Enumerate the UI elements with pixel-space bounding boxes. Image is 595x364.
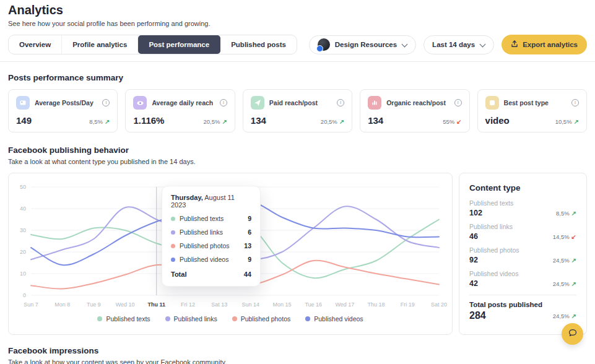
series-dot bbox=[171, 244, 175, 248]
delta: 8,5%↗ bbox=[89, 118, 110, 125]
y-tick-label: 20 bbox=[20, 249, 26, 255]
content-type-label: Published texts bbox=[469, 199, 576, 207]
export-analytics-button[interactable]: Export analytics bbox=[502, 35, 587, 54]
summary-card-average-daily-reach: Average daily reachi1.116%20,5%↗ bbox=[125, 89, 235, 132]
content-type-value: 42 bbox=[469, 279, 478, 288]
controls-row: OverviewProfile analyticsPost performanc… bbox=[8, 35, 587, 54]
chat-bubble-icon bbox=[568, 328, 578, 340]
summary-section: Posts performance summary Average Posts/… bbox=[0, 62, 595, 132]
x-tick-label: Wed 17 bbox=[335, 301, 354, 308]
delta-value: 24,5% bbox=[553, 257, 570, 264]
page-subtitle: See here how your social profile has bee… bbox=[8, 20, 587, 27]
legend-published-links[interactable]: Published links bbox=[165, 315, 217, 323]
content-type-item-published-texts: Published texts1028,5%↗ bbox=[469, 199, 576, 217]
info-icon[interactable]: i bbox=[571, 99, 579, 106]
x-tick-label: Sat 13 bbox=[211, 301, 227, 308]
trend-up-icon: ↗ bbox=[339, 118, 344, 125]
content-type-item-published-photos: Published photos9224,5%↗ bbox=[469, 246, 576, 264]
tab-overview[interactable]: Overview bbox=[9, 35, 62, 54]
card-value: 1.116% bbox=[133, 115, 164, 126]
tab-profile-analytics[interactable]: Profile analytics bbox=[62, 35, 138, 54]
card-value: 149 bbox=[16, 115, 32, 126]
series-dot bbox=[305, 316, 310, 321]
info-icon[interactable]: i bbox=[454, 99, 462, 106]
tab-post-performance[interactable]: Post performance bbox=[138, 35, 220, 54]
tooltip-row-value: 6 bbox=[248, 228, 251, 236]
info-icon[interactable]: i bbox=[220, 99, 227, 106]
x-tick-label: Tue 16 bbox=[305, 301, 322, 308]
y-tick-label: 0 bbox=[23, 292, 26, 298]
tooltip-row-value: 13 bbox=[244, 242, 251, 249]
x-tick-label: Mon 15 bbox=[273, 301, 292, 308]
legend-published-videos[interactable]: Published videos bbox=[305, 315, 363, 323]
delta-value: 8,5% bbox=[556, 210, 570, 217]
tooltip-rows: Published texts9Published links6Publishe… bbox=[171, 215, 251, 263]
trend-up-icon: ↗ bbox=[105, 118, 110, 125]
series-dot bbox=[232, 316, 237, 321]
content-type-item-published-videos: Published videos4224,5%↗ bbox=[469, 270, 576, 288]
content-type-heading: Content type bbox=[469, 183, 576, 193]
content-type-item-published-links: Published links4614,5%↙ bbox=[469, 223, 576, 241]
tooltip-row: Published links6 bbox=[171, 228, 251, 236]
delta: 24,5%↗ bbox=[553, 257, 576, 264]
chat-button[interactable] bbox=[562, 323, 583, 345]
info-icon[interactable]: i bbox=[337, 99, 344, 106]
tooltip-row: Published texts9 bbox=[171, 215, 251, 222]
delta: 8,5%↗ bbox=[556, 210, 576, 217]
delta: 20,5%↗ bbox=[203, 118, 227, 125]
publishing-subtitle: Take a look at what content type you pub… bbox=[8, 158, 587, 165]
account-selector[interactable]: Design Resources bbox=[309, 35, 416, 54]
content-type-items: Published texts1028,5%↗Published links46… bbox=[469, 199, 576, 288]
impressions-section: Facebook impressions Take a look at how … bbox=[0, 335, 595, 364]
content-type-total: Total posts published 284 24,5%↗ bbox=[469, 301, 576, 321]
export-button-label: Export analytics bbox=[523, 41, 578, 48]
tooltip-total: Total 44 bbox=[171, 271, 251, 278]
x-tick-label: Sun 14 bbox=[242, 301, 260, 308]
card-value: 134 bbox=[368, 115, 383, 126]
tab-bar: OverviewProfile analyticsPost performanc… bbox=[8, 35, 297, 54]
summary-card-paid-reach-post: Paid reach/posti13420,5%↗ bbox=[243, 89, 352, 132]
plane-icon bbox=[251, 96, 264, 110]
info-icon[interactable]: i bbox=[102, 99, 110, 106]
delta: 14,5%↙ bbox=[553, 233, 576, 240]
chevron-down-icon bbox=[480, 42, 485, 48]
content-type-label: Published links bbox=[469, 223, 576, 230]
account-selector-label: Design Resources bbox=[335, 41, 397, 48]
square-icon bbox=[485, 96, 499, 110]
x-tick-label: Sat 20 bbox=[431, 301, 447, 308]
content-type-label: Published photos bbox=[469, 246, 576, 254]
x-tick-label: Fri 12 bbox=[181, 301, 195, 308]
legend-published-texts[interactable]: Published texts bbox=[97, 315, 150, 323]
tooltip-title: Thursday, August 11 2023 bbox=[171, 194, 251, 209]
chart-tooltip: Thursday, August 11 2023 Published texts… bbox=[162, 186, 261, 287]
summary-card-best-post-type: Best post typeivideo10,5%↗ bbox=[477, 89, 587, 132]
chevron-down-icon bbox=[402, 42, 407, 48]
delta-value: 24,5% bbox=[553, 280, 570, 287]
tab-published-posts[interactable]: Published posts bbox=[220, 35, 297, 54]
date-range-label: Last 14 days bbox=[432, 41, 475, 48]
publishing-heading: Facebook publishing behavior bbox=[8, 145, 587, 155]
tooltip-row-label: Published videos bbox=[180, 256, 228, 263]
delta: 10,5%↗ bbox=[555, 118, 579, 125]
content-type-card: Content type Published texts1028,5%↗Publ… bbox=[459, 173, 587, 335]
tooltip-row: Published photos13 bbox=[171, 242, 251, 249]
trend-up-icon: ↗ bbox=[571, 210, 576, 217]
y-tick-label: 10 bbox=[20, 271, 26, 277]
trend-down-icon: ↙ bbox=[456, 118, 461, 125]
y-tick-label: 50 bbox=[20, 184, 26, 190]
trend-down-icon: ↙ bbox=[571, 233, 576, 240]
x-tick-label: Wed 10 bbox=[116, 301, 135, 308]
y-tick-label: 40 bbox=[20, 206, 26, 212]
tooltip-row-value: 9 bbox=[248, 256, 251, 263]
date-range-selector[interactable]: Last 14 days bbox=[423, 35, 494, 54]
series-dot bbox=[171, 217, 175, 221]
delta-value: 20,5% bbox=[321, 118, 337, 125]
trend-up-icon: ↗ bbox=[571, 280, 576, 287]
x-tick-label: Thu 11 bbox=[148, 301, 166, 308]
summary-cards: Average Posts/Dayi1498,5%↗Average daily … bbox=[8, 89, 587, 132]
posts-icon bbox=[16, 96, 30, 110]
legend-published-photos[interactable]: Published photos bbox=[232, 315, 291, 323]
content-type-value: 46 bbox=[469, 232, 478, 241]
tooltip-row: Published videos9 bbox=[171, 256, 251, 263]
y-tick-label: 30 bbox=[20, 227, 26, 233]
